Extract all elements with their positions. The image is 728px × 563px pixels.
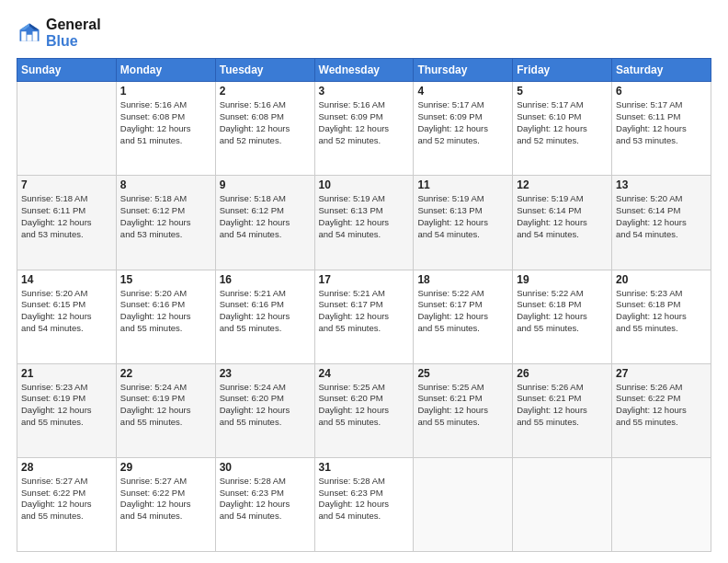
day-info: Sunrise: 5:28 AM Sunset: 6:23 PM Dayligh… (319, 476, 410, 523)
day-info: Sunrise: 5:18 AM Sunset: 6:11 PM Dayligh… (21, 193, 112, 240)
day-info: Sunrise: 5:19 AM Sunset: 6:14 PM Dayligh… (517, 193, 608, 240)
day-number: 8 (120, 178, 211, 191)
weekday-header-row: SundayMondayTuesdayWednesdayThursdayFrid… (17, 59, 711, 82)
day-info: Sunrise: 5:17 AM Sunset: 6:10 PM Dayligh… (517, 99, 608, 146)
calendar-cell: 9Sunrise: 5:18 AM Sunset: 6:12 PM Daylig… (215, 176, 314, 270)
weekday-header: Thursday (414, 59, 513, 82)
logo-text: General Blue (46, 17, 101, 49)
day-info: Sunrise: 5:20 AM Sunset: 6:15 PM Dayligh… (21, 288, 112, 335)
day-info: Sunrise: 5:26 AM Sunset: 6:22 PM Dayligh… (616, 382, 707, 429)
calendar-cell: 13Sunrise: 5:20 AM Sunset: 6:14 PM Dayli… (612, 176, 711, 270)
day-number: 6 (616, 85, 707, 98)
day-number: 17 (319, 273, 410, 286)
day-number: 3 (319, 85, 410, 98)
day-number: 7 (21, 178, 112, 191)
calendar-cell: 5Sunrise: 5:17 AM Sunset: 6:10 PM Daylig… (513, 82, 612, 176)
day-info: Sunrise: 5:25 AM Sunset: 6:21 PM Dayligh… (417, 382, 508, 429)
calendar-cell (414, 457, 513, 551)
day-number: 23 (220, 367, 311, 380)
day-info: Sunrise: 5:22 AM Sunset: 6:18 PM Dayligh… (517, 288, 608, 335)
day-info: Sunrise: 5:24 AM Sunset: 6:19 PM Dayligh… (120, 382, 211, 429)
day-number: 18 (417, 273, 508, 286)
day-info: Sunrise: 5:23 AM Sunset: 6:19 PM Dayligh… (21, 382, 112, 429)
calendar-cell: 14Sunrise: 5:20 AM Sunset: 6:15 PM Dayli… (17, 270, 117, 363)
day-number: 11 (417, 178, 508, 191)
day-number: 12 (517, 178, 608, 191)
svg-rect-5 (27, 34, 31, 40)
calendar-cell: 23Sunrise: 5:24 AM Sunset: 6:20 PM Dayli… (215, 363, 314, 457)
calendar-cell: 26Sunrise: 5:26 AM Sunset: 6:21 PM Dayli… (513, 363, 612, 457)
day-number: 5 (517, 85, 608, 98)
day-number: 1 (120, 85, 211, 98)
calendar-cell: 16Sunrise: 5:21 AM Sunset: 6:16 PM Dayli… (215, 270, 314, 363)
day-number: 4 (417, 85, 508, 98)
calendar-cell: 29Sunrise: 5:27 AM Sunset: 6:22 PM Dayli… (116, 457, 215, 551)
day-number: 14 (21, 273, 112, 286)
calendar-cell: 20Sunrise: 5:23 AM Sunset: 6:18 PM Dayli… (612, 270, 711, 363)
day-number: 19 (517, 273, 608, 286)
calendar-cell (17, 82, 117, 176)
logo-icon (17, 20, 42, 46)
day-info: Sunrise: 5:25 AM Sunset: 6:20 PM Dayligh… (319, 382, 410, 429)
day-info: Sunrise: 5:18 AM Sunset: 6:12 PM Dayligh… (120, 193, 211, 240)
weekday-header: Friday (513, 59, 612, 82)
calendar-week-row: 28Sunrise: 5:27 AM Sunset: 6:22 PM Dayli… (17, 457, 711, 551)
calendar-cell: 2Sunrise: 5:16 AM Sunset: 6:08 PM Daylig… (215, 82, 314, 176)
day-info: Sunrise: 5:20 AM Sunset: 6:14 PM Dayligh… (616, 193, 707, 240)
calendar-cell: 25Sunrise: 5:25 AM Sunset: 6:21 PM Dayli… (414, 363, 513, 457)
calendar-week-row: 7Sunrise: 5:18 AM Sunset: 6:11 PM Daylig… (17, 176, 711, 270)
day-info: Sunrise: 5:20 AM Sunset: 6:16 PM Dayligh… (120, 288, 211, 335)
day-number: 15 (120, 273, 211, 286)
calendar-week-row: 14Sunrise: 5:20 AM Sunset: 6:15 PM Dayli… (17, 270, 711, 363)
day-info: Sunrise: 5:28 AM Sunset: 6:23 PM Dayligh… (220, 476, 311, 523)
day-number: 9 (220, 178, 311, 191)
day-number: 20 (616, 273, 707, 286)
svg-rect-3 (21, 31, 26, 41)
svg-rect-4 (33, 31, 38, 41)
weekday-header: Sunday (17, 59, 117, 82)
weekday-header: Wednesday (314, 59, 414, 82)
day-number: 16 (220, 273, 311, 286)
day-number: 28 (21, 461, 112, 474)
calendar-cell: 8Sunrise: 5:18 AM Sunset: 6:12 PM Daylig… (116, 176, 215, 270)
weekday-header: Saturday (612, 59, 711, 82)
page: General Blue SundayMondayTuesdayWednesda… (0, 0, 728, 563)
calendar-cell: 11Sunrise: 5:19 AM Sunset: 6:13 PM Dayli… (414, 176, 513, 270)
day-info: Sunrise: 5:27 AM Sunset: 6:22 PM Dayligh… (21, 476, 112, 523)
calendar-cell: 15Sunrise: 5:20 AM Sunset: 6:16 PM Dayli… (116, 270, 215, 363)
calendar-cell (612, 457, 711, 551)
calendar-cell: 27Sunrise: 5:26 AM Sunset: 6:22 PM Dayli… (612, 363, 711, 457)
day-number: 2 (220, 85, 311, 98)
header: General Blue (17, 17, 711, 49)
day-info: Sunrise: 5:16 AM Sunset: 6:08 PM Dayligh… (120, 99, 211, 146)
day-number: 22 (120, 367, 211, 380)
day-info: Sunrise: 5:21 AM Sunset: 6:17 PM Dayligh… (319, 288, 410, 335)
day-number: 31 (319, 461, 410, 474)
calendar-cell: 7Sunrise: 5:18 AM Sunset: 6:11 PM Daylig… (17, 176, 117, 270)
day-info: Sunrise: 5:26 AM Sunset: 6:21 PM Dayligh… (517, 382, 608, 429)
calendar-cell: 19Sunrise: 5:22 AM Sunset: 6:18 PM Dayli… (513, 270, 612, 363)
day-info: Sunrise: 5:16 AM Sunset: 6:08 PM Dayligh… (220, 99, 311, 146)
day-info: Sunrise: 5:24 AM Sunset: 6:20 PM Dayligh… (220, 382, 311, 429)
day-number: 13 (616, 178, 707, 191)
calendar-cell: 10Sunrise: 5:19 AM Sunset: 6:13 PM Dayli… (314, 176, 414, 270)
day-info: Sunrise: 5:21 AM Sunset: 6:16 PM Dayligh… (220, 288, 311, 335)
day-info: Sunrise: 5:17 AM Sunset: 6:09 PM Dayligh… (417, 99, 508, 146)
calendar-cell: 12Sunrise: 5:19 AM Sunset: 6:14 PM Dayli… (513, 176, 612, 270)
day-number: 26 (517, 367, 608, 380)
day-number: 21 (21, 367, 112, 380)
logo: General Blue (17, 17, 101, 49)
calendar-cell: 22Sunrise: 5:24 AM Sunset: 6:19 PM Dayli… (116, 363, 215, 457)
calendar-cell: 18Sunrise: 5:22 AM Sunset: 6:17 PM Dayli… (414, 270, 513, 363)
day-number: 30 (220, 461, 311, 474)
weekday-header: Monday (116, 59, 215, 82)
calendar-cell: 6Sunrise: 5:17 AM Sunset: 6:11 PM Daylig… (612, 82, 711, 176)
calendar-cell: 4Sunrise: 5:17 AM Sunset: 6:09 PM Daylig… (414, 82, 513, 176)
day-info: Sunrise: 5:16 AM Sunset: 6:09 PM Dayligh… (319, 99, 410, 146)
day-info: Sunrise: 5:22 AM Sunset: 6:17 PM Dayligh… (417, 288, 508, 335)
day-number: 29 (120, 461, 211, 474)
calendar-cell: 31Sunrise: 5:28 AM Sunset: 6:23 PM Dayli… (314, 457, 414, 551)
calendar-week-row: 21Sunrise: 5:23 AM Sunset: 6:19 PM Dayli… (17, 363, 711, 457)
calendar-cell: 3Sunrise: 5:16 AM Sunset: 6:09 PM Daylig… (314, 82, 414, 176)
day-number: 25 (417, 367, 508, 380)
